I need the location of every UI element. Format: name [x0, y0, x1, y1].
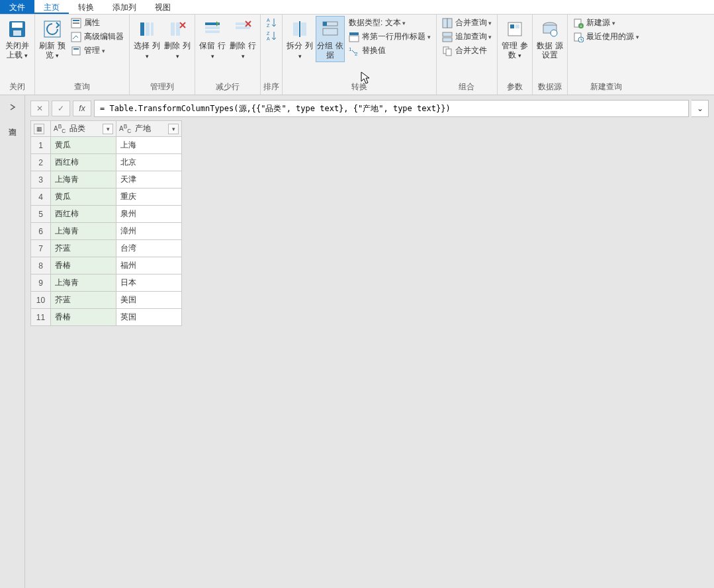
- cell[interactable]: 黄瓜: [51, 137, 116, 154]
- tab-home[interactable]: 主页: [34, 0, 69, 14]
- group-by-button[interactable]: 分组 依据: [316, 16, 345, 62]
- formula-input[interactable]: [94, 100, 689, 117]
- append-queries-button[interactable]: 追加查询: [439, 30, 495, 44]
- properties-button[interactable]: 属性: [68, 16, 126, 30]
- row-number[interactable]: 1: [31, 137, 51, 154]
- svg-rect-28: [323, 22, 327, 26]
- datatype-label: 数据类型: 文本: [349, 17, 406, 28]
- row-number[interactable]: 3: [31, 171, 51, 189]
- tab-view[interactable]: 视图: [146, 0, 180, 14]
- choose-columns-button[interactable]: 选择 列: [132, 16, 161, 63]
- cell[interactable]: 香椿: [51, 309, 116, 326]
- tab-transform[interactable]: 转换: [69, 0, 103, 14]
- table-row[interactable]: 8香椿福州: [31, 257, 182, 274]
- table-row[interactable]: 4黄瓜重庆: [31, 189, 182, 206]
- formula-confirm-button[interactable]: ✓: [52, 101, 70, 116]
- cell[interactable]: 上海青: [51, 274, 116, 292]
- table-row[interactable]: 2西红柿北京: [31, 154, 182, 171]
- combine-files-label: 合并文件: [455, 45, 487, 56]
- row-number[interactable]: 11: [31, 309, 51, 326]
- table-row[interactable]: 1黄瓜上海: [31, 137, 182, 154]
- datasource-settings-button[interactable]: 数据 源设置: [535, 16, 564, 62]
- remove-rows-button[interactable]: 删除 行: [228, 16, 257, 63]
- cell[interactable]: 西红柿: [51, 154, 116, 171]
- table-row[interactable]: 3上海青天津: [31, 171, 182, 189]
- group-close-title: 关闭: [3, 80, 32, 95]
- cell[interactable]: 西红柿: [51, 206, 116, 223]
- row-number[interactable]: 10: [31, 292, 51, 309]
- table-row[interactable]: 10芥蓝美国: [31, 292, 182, 309]
- svg-rect-36: [443, 38, 452, 42]
- row-number[interactable]: 8: [31, 257, 51, 274]
- row-number[interactable]: 2: [31, 154, 51, 171]
- first-row-header-button[interactable]: 将第一行用作标题: [346, 30, 433, 44]
- tab-add-column[interactable]: 添加列: [103, 0, 146, 14]
- formula-expand-button[interactable]: ⌄: [692, 100, 709, 117]
- svg-rect-38: [446, 49, 451, 56]
- sort-asc-button[interactable]: AZ: [263, 16, 279, 29]
- expand-queries-button[interactable]: [3, 99, 22, 115]
- recent-sources-button[interactable]: 最近使用的源: [570, 30, 642, 44]
- properties-icon: [71, 18, 81, 28]
- row-number[interactable]: 6: [31, 223, 51, 240]
- manage-params-button[interactable]: 管理 参数: [500, 16, 529, 63]
- remove-columns-button[interactable]: 删除 列: [163, 16, 192, 63]
- table-row[interactable]: 9上海青日本: [31, 274, 182, 292]
- cell[interactable]: 黄瓜: [51, 189, 116, 206]
- cell[interactable]: 福州: [116, 257, 182, 274]
- cell[interactable]: 上海青: [51, 223, 116, 240]
- cell[interactable]: 上海: [116, 137, 182, 154]
- refresh-preview-button[interactable]: 刷新 预览: [38, 16, 67, 63]
- manage-button[interactable]: 管理: [68, 44, 126, 58]
- append-icon: [442, 32, 453, 42]
- replace-values-button[interactable]: 12 替换值: [346, 44, 433, 58]
- table-row[interactable]: 6上海青漳州: [31, 223, 182, 240]
- col-header-0[interactable]: ABC 品类 ▾: [51, 121, 116, 137]
- table-row[interactable]: 5西红柿泉州: [31, 206, 182, 223]
- row-number[interactable]: 5: [31, 206, 51, 223]
- cell[interactable]: 上海青: [51, 171, 116, 189]
- sort-desc-button[interactable]: ZA: [263, 29, 279, 42]
- group-transform-title: 转换: [285, 80, 433, 95]
- cell[interactable]: 美国: [116, 292, 182, 309]
- formula-fx-button[interactable]: fx: [73, 101, 91, 116]
- close-load-button[interactable]: 关闭并 上载: [3, 16, 32, 63]
- chevron-down-icon: ⌄: [697, 104, 703, 113]
- split-column-button[interactable]: 拆分 列: [285, 16, 314, 63]
- datasource-label: 数据 源设置: [537, 41, 563, 60]
- datatype-button[interactable]: 数据类型: 文本: [346, 16, 433, 30]
- table-row[interactable]: 11香椿英国: [31, 309, 182, 326]
- grid-corner[interactable]: ▦: [31, 121, 51, 137]
- cell[interactable]: 重庆: [116, 189, 182, 206]
- merge-queries-button[interactable]: 合并查询: [439, 16, 495, 30]
- cell[interactable]: 香椿: [51, 257, 116, 274]
- row-number[interactable]: 7: [31, 240, 51, 257]
- adv-editor-button[interactable]: 高级编辑器: [68, 30, 126, 44]
- split-icon: [289, 19, 310, 40]
- cell[interactable]: 北京: [116, 154, 182, 171]
- cell[interactable]: 日本: [116, 274, 182, 292]
- row-number[interactable]: 4: [31, 189, 51, 206]
- cell[interactable]: 天津: [116, 171, 182, 189]
- cell[interactable]: 漳州: [116, 223, 182, 240]
- svg-text:Z: Z: [267, 31, 270, 36]
- cell[interactable]: 泉州: [116, 206, 182, 223]
- table-row[interactable]: 7芥蓝台湾: [31, 240, 182, 257]
- new-source-button[interactable]: + 新建源: [570, 16, 642, 30]
- combine-files-button[interactable]: 合并文件: [439, 44, 495, 58]
- data-grid: ▦ ABC 品类 ▾ ABC 产地 ▾: [30, 120, 182, 326]
- col-0-filter[interactable]: ▾: [103, 124, 113, 134]
- col-1-filter[interactable]: ▾: [168, 124, 179, 134]
- group-manage-cols: 选择 列 删除 列 管理列: [130, 15, 195, 95]
- cell[interactable]: 台湾: [116, 240, 182, 257]
- tab-file[interactable]: 文件: [0, 0, 34, 14]
- cell[interactable]: 英国: [116, 309, 182, 326]
- formula-cancel-button[interactable]: ✕: [30, 101, 49, 116]
- cell[interactable]: 芥蓝: [51, 292, 116, 309]
- row-number[interactable]: 9: [31, 274, 51, 292]
- col-header-1[interactable]: ABC 产地 ▾: [116, 121, 182, 137]
- group-query: 刷新 预览 属性 高级编辑器 管理 查询: [35, 15, 130, 95]
- save-icon: [7, 19, 28, 40]
- cell[interactable]: 芥蓝: [51, 240, 116, 257]
- keep-rows-button[interactable]: 保留 行: [198, 16, 227, 63]
